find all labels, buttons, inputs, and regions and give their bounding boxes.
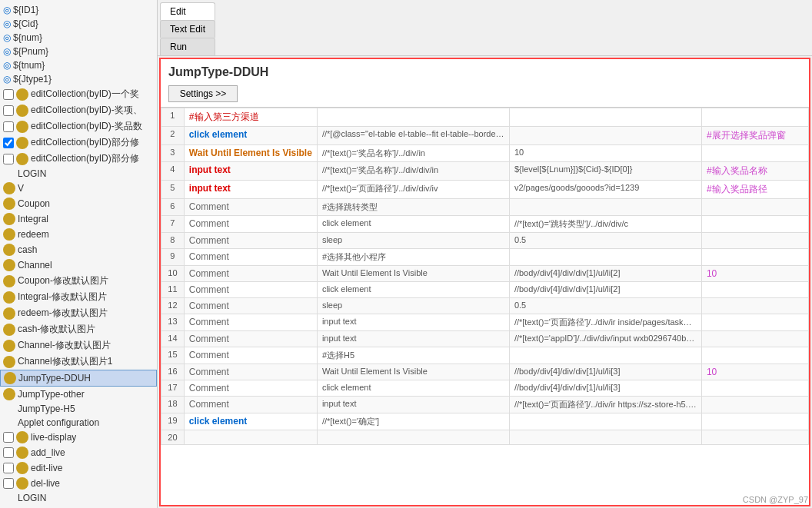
item-icon <box>16 88 28 101</box>
row-target: input text <box>317 331 509 347</box>
item-icon <box>3 244 15 256</box>
sidebar-item-label: add_live <box>31 447 65 458</box>
sidebar-item[interactable]: Channel <box>0 257 157 273</box>
row-comment: #输入奖品路径 <box>701 181 808 199</box>
row-target: #选择H5 <box>317 347 509 364</box>
sidebar-item[interactable]: redeem-修改默认图片 <box>0 305 157 321</box>
sidebar-item-label: LOGIN <box>18 168 46 179</box>
sidebar-item-label: editCollection(byID)-奖项、 <box>31 104 142 117</box>
sidebar-checkbox[interactable] <box>3 121 14 132</box>
tab-edit[interactable]: Edit <box>160 2 215 21</box>
sidebar-item[interactable]: JumpType-DDUH <box>0 370 157 387</box>
sidebar-item[interactable]: ◎${tnum} <box>0 58 157 72</box>
sidebar-item[interactable]: DDUH <box>0 505 157 508</box>
var-icon: ◎ <box>3 60 11 71</box>
item-icon <box>16 105 28 117</box>
sidebar-item[interactable]: redeem <box>0 227 157 242</box>
sidebar-item[interactable]: V <box>0 181 157 196</box>
sidebar-item[interactable]: cash-修改默认图片 <box>0 321 157 337</box>
sidebar-item-label: live-display <box>31 432 76 443</box>
row-number: 17 <box>161 380 185 397</box>
sidebar-item[interactable]: ◎${ID1} <box>0 3 157 17</box>
row-comment <box>701 216 808 233</box>
sidebar-item[interactable]: ◎${Pnum} <box>0 45 157 58</box>
sidebar-checkbox[interactable] <box>3 138 14 148</box>
sidebar-checkbox[interactable] <box>3 447 14 458</box>
sidebar-item[interactable]: Channel修改默认图片1 <box>0 354 157 370</box>
row-command: input text <box>184 181 317 199</box>
row-target: click element <box>317 380 509 397</box>
row-target: //*[text()='页面路径']/../div/div/iv <box>317 181 509 199</box>
sidebar-item[interactable]: Coupon-修改默认图片 <box>0 273 157 289</box>
sidebar-item-label: Coupon <box>18 198 50 209</box>
sidebar-item[interactable]: ◎${num} <box>0 31 157 45</box>
sidebar-item[interactable]: Channel-修改默认图片 <box>0 337 157 354</box>
row-command: #输入第三方渠道 <box>184 108 317 127</box>
row-value <box>509 347 701 364</box>
sidebar-item-label: LOGIN <box>18 493 46 503</box>
row-number: 14 <box>161 331 185 347</box>
table-row: 17Commentclick element//body/div[4]/div/… <box>161 380 809 397</box>
sidebar-item-label: redeem <box>18 229 49 240</box>
row-number: 7 <box>161 216 185 233</box>
row-command: Comment <box>184 397 317 413</box>
row-target <box>317 430 509 445</box>
table-row: 18Commentinput text//*[text()='页面路径']/..… <box>161 397 809 413</box>
sidebar-checkbox[interactable] <box>3 154 14 164</box>
item-icon <box>3 388 15 400</box>
table-row: 11Commentclick element//body/div[4]/div/… <box>161 282 809 298</box>
tab-text-edit[interactable]: Text Edit <box>160 20 215 38</box>
sidebar-item[interactable]: JumpType-H5 <box>0 402 157 416</box>
sidebar-item[interactable]: ◎${Jtype1} <box>0 72 157 86</box>
sidebar-checkbox[interactable] <box>3 463 14 473</box>
sidebar-item[interactable]: Integral <box>0 211 157 227</box>
row-command: Comment <box>184 314 317 331</box>
row-command: Comment <box>184 331 317 347</box>
sidebar-item[interactable]: live-display <box>0 430 157 445</box>
sidebar-item-label: Channel修改默认图片1 <box>18 355 112 368</box>
sidebar-item-label: Integral-修改默认图片 <box>18 291 107 304</box>
row-comment <box>701 282 808 298</box>
sidebar-item[interactable]: JumpType-other <box>0 387 157 402</box>
sidebar-item[interactable]: edit-live <box>0 460 157 476</box>
row-number: 15 <box>161 347 185 364</box>
sidebar-checkbox[interactable] <box>3 105 14 116</box>
row-comment <box>701 347 808 364</box>
item-icon <box>3 198 15 210</box>
tab-run[interactable]: Run <box>160 38 215 55</box>
sidebar-checkbox[interactable] <box>3 89 14 100</box>
sidebar-item[interactable]: editCollection(byID)-奖项、 <box>0 102 157 118</box>
row-number: 2 <box>161 127 185 145</box>
sidebar-item[interactable]: editCollection(byID)部分修 <box>0 151 157 167</box>
row-number: 5 <box>161 181 185 199</box>
sidebar-item[interactable]: cash <box>0 242 157 257</box>
row-target <box>317 108 509 127</box>
sidebar-item[interactable]: editCollection(byID)-奖品数 <box>0 118 157 134</box>
table-row: 12Commentsleep0.5 <box>161 298 809 314</box>
sidebar-item[interactable]: LOGIN <box>0 167 157 181</box>
sidebar-checkbox[interactable] <box>3 478 14 489</box>
item-icon <box>3 275 15 287</box>
row-target: input text <box>317 314 509 331</box>
settings-button[interactable]: Settings >> <box>168 85 238 102</box>
sidebar-item-label: cash <box>18 244 37 255</box>
row-comment: 10 <box>701 364 808 380</box>
row-value: ${level[${Lnum}]}${Cid}-${ID[0]} <box>509 162 701 181</box>
sidebar-item[interactable]: editCollection(byID)一个奖 <box>0 86 157 102</box>
row-comment <box>701 145 808 162</box>
row-comment: 10 <box>701 266 808 282</box>
item-icon <box>16 462 28 474</box>
sidebar-checkbox[interactable] <box>3 432 14 443</box>
sidebar-item[interactable]: Applet configuration <box>0 416 157 430</box>
sidebar-item[interactable]: del-live <box>0 476 157 491</box>
row-command: Comment <box>184 199 317 216</box>
sidebar-item[interactable]: editCollection(byID)部分修 <box>0 134 157 151</box>
sidebar-item[interactable]: LOGIN <box>0 491 157 505</box>
sidebar-item[interactable]: Integral-修改默认图片 <box>0 289 157 305</box>
sidebar-item[interactable]: add_live <box>0 445 157 460</box>
item-icon <box>3 356 15 368</box>
table-row: 2click element//*[@class="el-table el-ta… <box>161 127 809 145</box>
sidebar-item[interactable]: Coupon <box>0 196 157 211</box>
watermark: CSDN @ZYP_97 <box>743 495 808 504</box>
sidebar-item[interactable]: ◎${Cid} <box>0 17 157 31</box>
